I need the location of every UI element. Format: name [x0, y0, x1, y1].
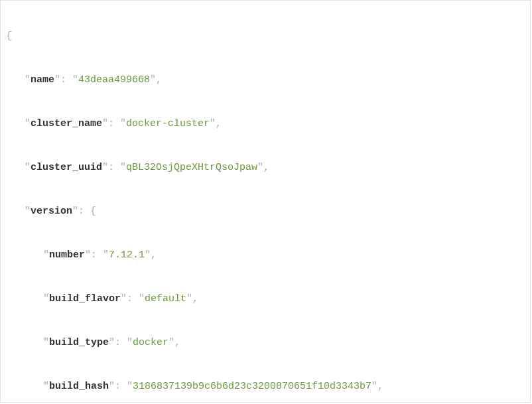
value-build-hash: 3186837139b9c6b6d23c3200870651f10d3343b7 — [133, 381, 371, 392]
value-cluster-name: docker-cluster — [126, 118, 210, 129]
key-build-flavor: build_flavor — [49, 293, 121, 304]
key-cluster-uuid: cluster_uuid — [31, 162, 102, 173]
value-build-flavor: default — [145, 293, 186, 304]
key-number: number — [49, 249, 85, 261]
key-build-type: build_type — [49, 337, 109, 348]
value-number: 7.12.1 — [109, 249, 145, 261]
key-name: name — [31, 74, 54, 86]
key-build-hash: build_hash — [49, 381, 109, 392]
key-version: version — [31, 206, 72, 217]
key-cluster-name: cluster_name — [31, 118, 102, 129]
json-output: { "name": "43deaa499668", "cluster_name"… — [1, 1, 530, 403]
value-name: 43deaa499668 — [78, 74, 150, 86]
value-cluster-uuid: qBL32OsjQpeXHtrQsoJpaw — [126, 162, 257, 173]
value-build-type: docker — [133, 337, 168, 348]
